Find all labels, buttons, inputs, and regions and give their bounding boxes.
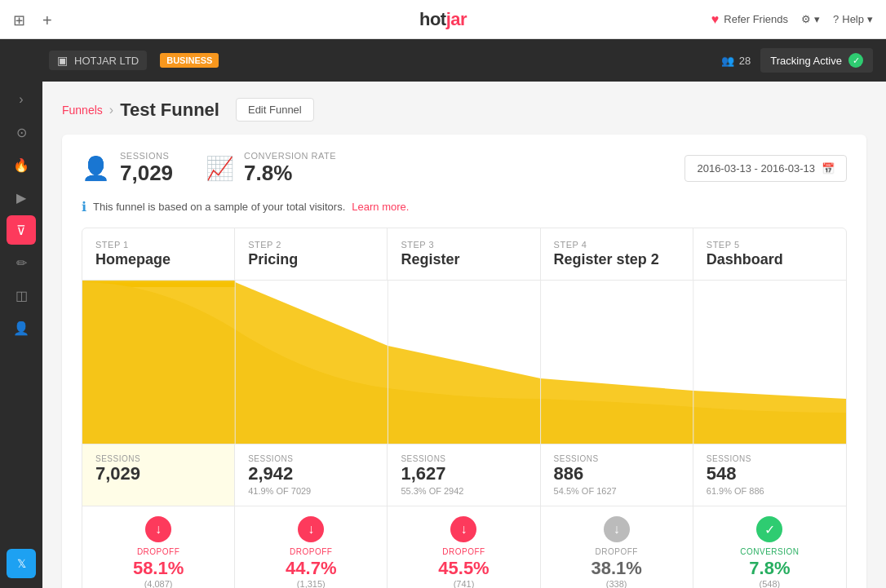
session-cell-3: SESSIONS 1,627 55.3% OF 2942 [388, 444, 540, 506]
dropoff-cell-5: ✓ CONVERSION 7.8% (548) [693, 506, 846, 588]
session-cell-5: SESSIONS 548 61.9% OF 886 [693, 444, 846, 506]
conversion-rate-value: 7.8% [244, 161, 336, 186]
conversion-rate-data: CONVERSION RATE 7.8% [244, 151, 336, 186]
sidebar-item-heatmaps[interactable]: 🔥 [7, 150, 36, 179]
users-count[interactable]: 👥 28 [721, 55, 751, 67]
sub-header-right: 👥 28 Tracking Active ✓ [721, 48, 886, 73]
dropoff-pct-2: 44.7% [286, 558, 336, 579]
sessions-data: SESSIONS 7,029 [120, 151, 173, 186]
sessions-label-3: SESSIONS [401, 454, 526, 463]
conversion-icon-5: ✓ [756, 516, 782, 542]
dropoff-label-3: DROPOFF [442, 547, 485, 556]
sidebar-item-forms[interactable]: ✏ [7, 248, 36, 277]
refer-friends-button[interactable]: ♥ Refer Friends [711, 12, 788, 27]
users-icon: 👥 [721, 55, 734, 67]
conversion-rate-label: CONVERSION RATE [244, 151, 336, 161]
edit-funnel-button[interactable]: Edit Funnel [236, 98, 314, 122]
sessions-count-5: 548 [707, 463, 833, 484]
tracking-active-indicator: ✓ [848, 53, 863, 68]
calendar-icon: 📅 [822, 162, 835, 175]
sessions-count-1: 7,029 [95, 463, 221, 484]
dropoff-count-1: (4,087) [144, 579, 173, 588]
date-range-value: 2016-03-13 - 2016-03-13 [697, 162, 815, 175]
sessions-label-4: SESSIONS [554, 454, 680, 463]
session-cell-2: SESSIONS 2,942 41.9% OF 7029 [235, 444, 388, 506]
info-text: This funnel is based on a sample of your… [93, 201, 345, 213]
sidebar-item-users[interactable]: 👤 [7, 313, 36, 343]
sessions-pct-5: 61.9% OF 886 [707, 486, 833, 496]
sub-header: ▣ HOTJAR LTD BUSINESS 👥 28 Tracking Acti… [0, 39, 886, 82]
conversion-icon: 📈 [206, 155, 234, 182]
step-header-2: STEP 2 Pricing [235, 228, 388, 280]
learn-more-link[interactable]: Learn more. [352, 201, 409, 213]
funnel-steps-header: STEP 1 Homepage STEP 2 Pricing STEP 3 Re… [82, 228, 846, 281]
date-range-picker[interactable]: 2016-03-13 - 2016-03-13 📅 [684, 155, 847, 182]
sessions-count-2: 2,942 [248, 463, 374, 484]
funnel-chart [82, 281, 846, 444]
sessions-value: 7,029 [120, 161, 173, 186]
sessions-label: SESSIONS [120, 151, 173, 161]
sessions-pct-4: 54.5% OF 1627 [554, 486, 680, 496]
brand-selector[interactable]: ▣ HOTJAR LTD [49, 51, 147, 70]
gear-icon: ⚙ [801, 13, 811, 25]
breadcrumb-separator: › [109, 103, 113, 117]
hotjar-logo-area: hotjar [419, 9, 467, 30]
sessions-label-2: SESSIONS [248, 454, 374, 463]
refer-friends-label: Refer Friends [724, 13, 788, 25]
step-num-1: STEP 1 [95, 240, 221, 250]
dropoff-count-4: (338) [606, 579, 627, 588]
step-num-5: STEP 5 [707, 240, 833, 250]
dropoff-count-2: (1,315) [297, 579, 326, 588]
step-header-1: STEP 1 Homepage [82, 228, 235, 280]
add-icon[interactable]: + [42, 11, 59, 28]
dropoff-cell-4: ↓ DROPOFF 38.1% (338) [541, 506, 693, 588]
sessions-pct-2: 41.9% OF 7029 [248, 486, 374, 496]
top-nav-left: ⊞ + [13, 11, 59, 28]
step-header-3: STEP 3 Register [388, 228, 540, 280]
sidebar-item-funnels[interactable]: ⊽ [7, 215, 36, 245]
dropoff-cell-2: ↓ DROPOFF 44.7% (1,315) [235, 506, 388, 588]
sidebar-item-polls[interactable]: ◫ [7, 281, 36, 310]
step-num-4: STEP 4 [554, 240, 680, 250]
dropoff-icon-2: ↓ [298, 516, 324, 542]
funnel-svg [82, 281, 846, 444]
step-header-5: STEP 5 Dashboard [693, 228, 846, 280]
help-chevron: ▾ [867, 13, 873, 25]
sidebar-toggle[interactable]: › [10, 88, 33, 111]
dropoff-label-4: DROPOFF [596, 547, 638, 556]
breadcrumb-funnels-link[interactable]: Funnels [62, 104, 103, 117]
help-label: Help [842, 13, 864, 25]
sessions-row: SESSIONS 7,029 SESSIONS 2,942 41.9% OF 7… [82, 444, 846, 506]
dropoff-icon-4: ↓ [604, 516, 630, 542]
dropoff-pct-5: 7.8% [749, 558, 790, 579]
twitter-button[interactable]: 𝕏 [7, 549, 36, 578]
sidebar-item-dashboard[interactable]: ⊙ [7, 117, 36, 147]
grid-icon[interactable]: ⊞ [13, 11, 29, 28]
dropoff-label-5: CONVERSION [740, 547, 799, 556]
step-name-3: Register [401, 251, 526, 268]
stats-card: 👤 SESSIONS 7,029 📈 CONVERSION RATE 7.8% … [62, 135, 866, 588]
sessions-stat: 👤 SESSIONS 7,029 [82, 151, 173, 186]
main-content: Funnels › Test Funnel Edit Funnel 👤 SESS… [42, 82, 886, 588]
heart-icon: ♥ [711, 12, 720, 27]
business-badge: BUSINESS [160, 53, 219, 68]
dropoff-pct-3: 45.5% [438, 558, 489, 579]
help-button[interactable]: ? Help ▾ [833, 13, 873, 25]
info-icon: ℹ [82, 199, 86, 214]
step-header-4: STEP 4 Register step 2 [541, 228, 693, 280]
sidebar-item-recordings[interactable]: ▶ [7, 183, 36, 212]
main-layout: › ⊙ 🔥 ▶ ⊽ ✏ ◫ 👤 𝕏 Funnels › Test Funnel … [0, 82, 886, 588]
sessions-count-3: 1,627 [401, 463, 526, 484]
step-name-4: Register step 2 [554, 251, 680, 268]
funnel-container: STEP 1 Homepage STEP 2 Pricing STEP 3 Re… [82, 228, 847, 588]
dropoff-icon-3: ↓ [450, 516, 476, 542]
breadcrumb: Funnels › Test Funnel Edit Funnel [62, 98, 866, 122]
settings-button[interactable]: ⚙ ▾ [801, 13, 820, 25]
dropoff-label-1: DROPOFF [137, 547, 179, 556]
sessions-count-4: 886 [554, 463, 680, 484]
tracking-active-label: Tracking Active [770, 55, 842, 67]
step-name-2: Pricing [248, 251, 374, 268]
session-cell-4: SESSIONS 886 54.5% OF 1627 [541, 444, 693, 506]
help-icon: ? [833, 13, 839, 25]
building-icon: ▣ [57, 54, 68, 67]
